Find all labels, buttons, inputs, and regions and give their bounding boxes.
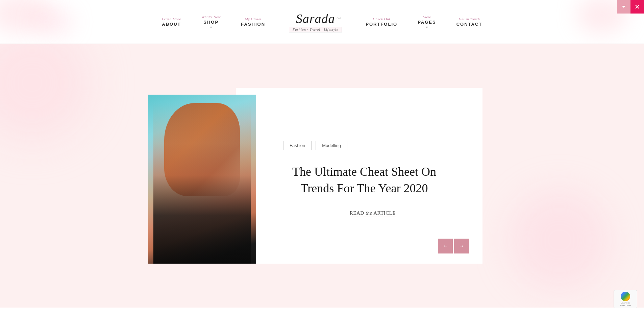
site-header: Learn More ABOUT What's New SHOP ▾ My Cl… <box>0 0 644 44</box>
nav-small-label-fashion: My Closet <box>245 17 261 21</box>
tag-fashion[interactable]: Fashion <box>283 141 312 150</box>
article-content: Fashion Modelling The Ultimate Cheat She… <box>236 88 482 264</box>
corner-buttons <box>617 0 644 14</box>
article-title: The Ultimate Cheat Sheet On Trends For T… <box>283 164 445 196</box>
image-person-layer <box>153 103 251 264</box>
read-link-text: READ the ARTICLE <box>350 210 396 216</box>
nav-item-contact[interactable]: Get in Touch CONTACT <box>446 14 493 30</box>
tag-modelling[interactable]: Modelling <box>316 141 347 150</box>
nav-main-label-contact: CONTACT <box>456 22 482 27</box>
nav-small-label-pages: View <box>423 15 431 19</box>
nav-item-about[interactable]: Learn More ABOUT <box>152 14 191 30</box>
nav-main-label-pages: PAGES <box>418 20 436 25</box>
nav-main-label-fashion: FASHION <box>241 22 265 27</box>
nav-main-label-shop: SHOP <box>203 20 219 25</box>
nav-main-label-portfolio: PORTFOLIO <box>366 22 397 27</box>
read-article-link[interactable]: READ the ARTICLE <box>350 210 396 217</box>
nav-small-label-contact: Get in Touch <box>459 17 480 21</box>
main-content: Fashion Modelling The Ultimate Cheat She… <box>0 44 644 308</box>
nav-chevron-pages: ▾ <box>426 25 428 29</box>
dropdown-corner-button[interactable] <box>617 0 630 14</box>
recaptcha-badge: reCAPTCHAPrivacy · Terms <box>614 290 637 308</box>
logo-tagline: Fashion · Travel · Lifestyle <box>289 27 342 32</box>
recaptcha-text: reCAPTCHAPrivacy · Terms <box>615 302 636 307</box>
main-blob-1 <box>0 44 91 142</box>
article-card: Fashion Modelling The Ultimate Cheat She… <box>162 88 482 264</box>
nav-item-shop[interactable]: What's New SHOP ▾ <box>191 11 231 32</box>
nav-item-pages[interactable]: View PAGES ▾ <box>407 11 446 32</box>
main-nav: Learn More ABOUT What's New SHOP ▾ My Cl… <box>14 11 630 32</box>
read-link-container: READ the ARTICLE <box>283 210 462 217</box>
next-arrow-button[interactable]: → <box>454 239 469 253</box>
nav-small-label-shop: What's New <box>201 15 221 19</box>
nav-item-portfolio[interactable]: Check Out PORTFOLIO <box>355 14 407 30</box>
main-blob-2 <box>509 189 610 291</box>
nav-small-label-about: Learn More <box>162 17 181 21</box>
article-nav-arrows: ← → <box>438 239 469 253</box>
nav-item-fashion[interactable]: My Closet FASHION <box>231 14 275 30</box>
logo-text: Sarada <box>296 11 335 26</box>
site-logo[interactable]: Sarada Fashion · Travel · Lifestyle <box>275 11 355 32</box>
article-tags: Fashion Modelling <box>283 141 462 150</box>
article-image <box>148 95 256 264</box>
close-corner-button[interactable] <box>630 0 644 14</box>
article-image-wrap <box>148 95 256 264</box>
prev-arrow-button[interactable]: ← <box>438 239 453 253</box>
recaptcha-logo <box>621 292 630 301</box>
nav-small-label-portfolio: Check Out <box>373 17 390 21</box>
nav-chevron-shop: ▾ <box>210 25 212 29</box>
nav-main-label-about: ABOUT <box>162 22 181 27</box>
